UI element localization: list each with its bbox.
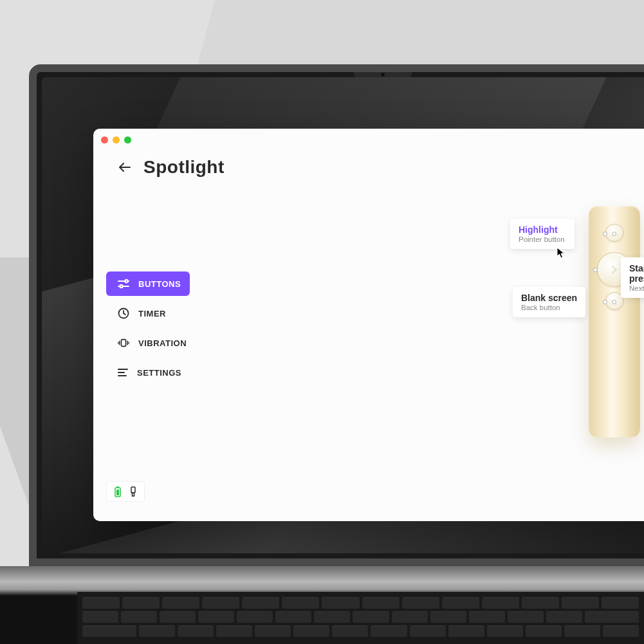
nav-item-vibration[interactable]: VIBRATION [106, 331, 190, 355]
svg-rect-12 [133, 493, 134, 496]
battery-icon [112, 486, 124, 497]
callout-subtitle: Back button [521, 304, 577, 311]
callout-subtitle: Pointer button [519, 235, 566, 243]
connector-dot [603, 232, 607, 236]
page-title: Spotlight [143, 157, 225, 178]
nav-item-settings[interactable]: SETTINGS [106, 360, 190, 385]
callout-title: Start presentation [629, 263, 644, 284]
callout-title: Highlight [519, 225, 566, 235]
callout-blank-screen[interactable]: Blank screen Back button [513, 287, 585, 317]
laptop-base [0, 566, 644, 644]
connector-dot [612, 232, 616, 236]
remote-device [589, 206, 640, 437]
nav-label: VIBRATION [138, 338, 187, 348]
callout-start-presentation[interactable]: Start presentation Next button [621, 257, 644, 298]
sidebar-nav: BUTTONS TIMER VIBRATION [106, 271, 190, 385]
nav-label: SETTINGS [137, 368, 181, 378]
maximize-button[interactable] [124, 136, 131, 143]
svg-rect-10 [117, 486, 119, 488]
connector-dot [612, 300, 616, 304]
svg-rect-11 [131, 487, 135, 493]
nav-label: BUTTONS [138, 279, 181, 289]
sliders-icon [118, 278, 129, 290]
vibration-icon [118, 337, 129, 349]
minimize-button[interactable] [113, 136, 120, 143]
header: Spotlight [118, 157, 225, 178]
svg-rect-9 [116, 490, 119, 495]
svg-point-5 [120, 285, 122, 288]
clock-icon [118, 308, 129, 319]
keyboard [77, 592, 644, 644]
nav-item-timer[interactable]: TIMER [106, 301, 190, 326]
app-window: Spotlight BUTTONS [93, 129, 644, 521]
receiver-icon [127, 486, 139, 497]
window-controls [101, 136, 131, 143]
nav-label: TIMER [138, 309, 166, 318]
callout-subtitle: Next button [629, 284, 644, 292]
connector-dot [603, 300, 607, 304]
close-button[interactable] [101, 136, 108, 143]
device-preview: Highlight Pointer button Start presentat… [441, 206, 644, 463]
svg-rect-7 [121, 340, 125, 347]
callout-title: Blank screen [521, 293, 577, 303]
svg-point-4 [125, 280, 127, 282]
status-bar [106, 481, 145, 502]
callout-highlight[interactable]: Highlight Pointer button [510, 219, 575, 249]
nav-item-buttons[interactable]: BUTTONS [106, 271, 190, 296]
laptop-frame: Spotlight BUTTONS [29, 64, 644, 566]
settings-lines-icon [118, 367, 128, 378]
connector-dot [593, 268, 598, 272]
back-arrow-icon[interactable] [118, 160, 132, 174]
